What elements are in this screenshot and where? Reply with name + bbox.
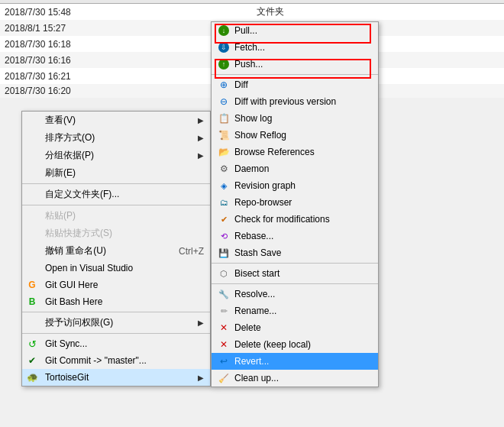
menu-item-diff[interactable]: ⊕ Diff	[212, 76, 378, 93]
browse-icon: 📂	[218, 146, 230, 158]
menu-item-diffprev[interactable]: ⊖ Diff with previous version	[212, 93, 378, 110]
menu-separator	[22, 205, 210, 205]
menu-item-delete[interactable]: ✕ Delete	[212, 319, 378, 336]
menu-item-checkmod[interactable]: ✔ Check for modifications	[212, 211, 378, 228]
openvs-icon	[28, 262, 40, 274]
menu-label-refresh: 刷新(E)	[45, 167, 204, 180]
menu-label-repobrowser: Repo-browser	[234, 197, 372, 208]
delete-icon: ✕	[218, 322, 230, 334]
menu-label-rename: Rename...	[234, 306, 372, 316]
menu-label-showreflog: Show Reflog	[234, 130, 372, 141]
menu-item-custom[interactable]: 自定义文件夹(F)...	[22, 186, 210, 203]
arrow-access: ▶	[198, 319, 204, 327]
menu-item-bisect[interactable]: ⬡ Bisect start	[212, 265, 378, 282]
menu-label-daemon: Daemon	[234, 163, 372, 174]
menu-label-diff: Diff	[234, 79, 372, 90]
cell-size	[378, 36, 504, 52]
menu-separator	[22, 312, 210, 312]
menu-label-deletekeep: Delete (keep local)	[234, 339, 372, 350]
gitcommit-icon: ✔	[28, 354, 40, 367]
menu-item-group[interactable]: 分组依据(P) ▶	[22, 147, 210, 164]
menu-item-fetch[interactable]: ⇩ Fetch...	[212, 39, 378, 56]
menu-item-revgraph[interactable]: ◈ Revision graph	[212, 177, 378, 194]
menu-separator	[22, 333, 210, 334]
menu-label-tortoise: TortoiseGit	[45, 372, 198, 383]
menu-item-showreflog[interactable]: 📜 Show Reflog	[212, 127, 378, 144]
menu-label-group: 分组依据(P)	[45, 149, 198, 162]
rebase-icon: ⟲	[218, 230, 230, 242]
menu-item-paste[interactable]: 粘贴(P)	[22, 207, 210, 225]
cell-size	[378, 4, 504, 21]
arrow-group: ▶	[198, 151, 204, 160]
gitgui-icon: G	[28, 279, 40, 291]
sort-icon	[28, 132, 40, 144]
menu-label-delete: Delete	[234, 322, 372, 333]
menu-item-deletekeep[interactable]: ✕ Delete (keep local)	[212, 336, 378, 353]
tortoise-icon: 🐢	[28, 371, 40, 383]
menu-item-view[interactable]: 查看(V) ▶	[22, 112, 210, 129]
pasteshort-icon	[28, 228, 40, 240]
menu-item-gitbash[interactable]: B Git Bash Here	[22, 293, 210, 310]
menu-label-diffprev: Diff with previous version	[234, 96, 372, 107]
cell-size	[378, 84, 504, 98]
cell-size	[378, 68, 504, 84]
menu-label-browse: Browse References	[234, 147, 372, 157]
menu-separator	[212, 283, 378, 284]
menu-label-undo: 撤销 重命名(U)	[45, 244, 171, 257]
menu-item-refresh[interactable]: 刷新(E)	[22, 164, 210, 182]
gitsync-icon: ↺	[28, 338, 40, 350]
checkmod-icon: ✔	[218, 213, 230, 225]
menu-item-tortoise[interactable]: 🐢 TortoiseGit ▶	[22, 369, 210, 386]
menu-item-browse[interactable]: 📂 Browse References	[212, 144, 378, 160]
menu-item-gitcommit[interactable]: ✔ Git Commit -> "master"...	[22, 352, 210, 369]
menu-item-access[interactable]: 授予访问权限(G) ▶	[22, 314, 210, 332]
deletekeep-icon: ✕	[218, 338, 230, 351]
menu-label-custom: 自定义文件夹(F)...	[45, 188, 204, 201]
menu-item-repobrowser[interactable]: 🗂 Repo-browser	[212, 194, 378, 211]
menu-item-rebase[interactable]: ⟲ Rebase...	[212, 228, 378, 244]
menu-item-pull[interactable]: ↓ Pull...	[212, 22, 378, 39]
revert-icon: ↩	[218, 355, 230, 367]
menu-item-revert[interactable]: ↩ Revert...	[212, 353, 378, 370]
menu-label-gitcommit: Git Commit -> "master"...	[45, 355, 204, 366]
cell-size	[378, 20, 504, 36]
cell-date: 2018/7/30 15:48	[0, 4, 252, 21]
menu-item-resolve[interactable]: 🔧 Resolve...	[212, 286, 378, 302]
menu-label-access: 授予访问权限(G)	[45, 316, 198, 329]
undo-icon	[28, 245, 40, 257]
menu-label-gitbash: Git Bash Here	[45, 296, 204, 307]
menu-item-gitsync[interactable]: ↺ Git Sync...	[22, 335, 210, 352]
menu-item-cleanup[interactable]: 🧹 Clean up...	[212, 370, 378, 387]
menu-label-pull: Pull...	[234, 25, 372, 36]
menu-label-push: Push...	[234, 59, 372, 70]
custom-icon	[28, 189, 40, 201]
menu-item-showlog[interactable]: 📋 Show log	[212, 110, 378, 127]
menu-item-sort[interactable]: 排序方式(O) ▶	[22, 129, 210, 147]
menu-label-view: 查看(V)	[45, 114, 198, 127]
menu-item-daemon[interactable]: ⚙ Daemon	[212, 160, 378, 177]
menu-item-pasteshort[interactable]: 粘贴快捷方式(S)	[22, 225, 210, 242]
menu-label-showlog: Show log	[234, 113, 372, 124]
menu-item-undo[interactable]: 撤销 重命名(U) Ctrl+Z	[22, 242, 210, 260]
refresh-icon	[28, 167, 40, 180]
menu-item-openvs[interactable]: Open in Visual Studio	[22, 260, 210, 277]
menu-label-revgraph: Revision graph	[234, 180, 372, 191]
arrow-tortoise: ▶	[198, 374, 204, 382]
stash-icon: 💾	[218, 247, 230, 259]
menu-item-gitgui[interactable]: G Git GUI Here	[22, 277, 210, 293]
menu-label-gitsync: Git Sync...	[45, 338, 204, 349]
menu-label-pasteshort: 粘贴快捷方式(S)	[45, 227, 204, 240]
rename-icon: ✏	[218, 305, 230, 317]
push-icon: ↑	[218, 58, 230, 70]
menu-item-stash[interactable]: 💾 Stash Save	[212, 244, 378, 261]
access-icon	[28, 317, 40, 329]
pull-icon: ↓	[218, 24, 230, 37]
menu-label-openvs: Open in Visual Studio	[45, 263, 204, 273]
menu-label-resolve: Resolve...	[234, 289, 372, 299]
cell-size	[378, 52, 504, 68]
menu-item-rename[interactable]: ✏ Rename...	[212, 302, 378, 319]
left-context-menu: 查看(V) ▶ 排序方式(O) ▶ 分组依据(P) ▶ 刷新(E) 自定义文件夹…	[21, 111, 211, 387]
menu-item-push[interactable]: ↑ Push...	[212, 56, 378, 73]
menu-separator	[212, 74, 378, 75]
menu-label-checkmod: Check for modifications	[234, 214, 372, 225]
